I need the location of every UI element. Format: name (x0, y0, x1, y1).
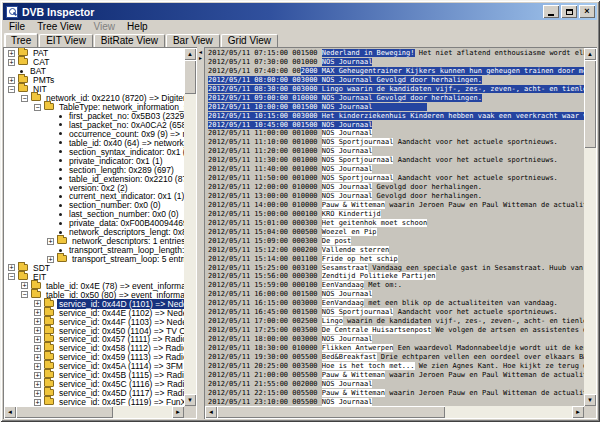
event-row[interactable]: 2012/05/11 07:30:00 001000 NOS Journaal (208, 58, 584, 67)
title-bar[interactable]: DVB Inspector × (3, 3, 597, 20)
split-expand-right-button[interactable]: ► (197, 55, 204, 61)
event-row[interactable]: 2012/05/11 07:15:00 001500 Nederland in … (208, 49, 584, 58)
event-text-segment: EenVandaag (322, 299, 364, 307)
menu-tree-view[interactable]: Tree View (31, 20, 87, 33)
event-vscroll-down-button[interactable]: ▼ (584, 394, 596, 406)
event-row[interactable]: 2012/05/11 10:15:00 003000 Het kinderzie… (208, 112, 584, 121)
event-row[interactable]: 2012/05/11 15:25:00 003100 Sesamstraat V… (208, 264, 584, 273)
event-row[interactable]: 2012/05/11 16:00:00 001500 NOS Journaal (208, 290, 584, 299)
event-row[interactable]: 2012/05/11 15:00:00 000100 KRO Kindertij… (208, 210, 584, 219)
event-row[interactable]: 2012/05/11 10:00:00 001500 NOS Journaal (208, 103, 584, 112)
expand-plus-icon[interactable]: + (34, 300, 41, 307)
close-button[interactable]: × (579, 5, 595, 18)
menu-help[interactable]: Help (121, 20, 154, 33)
expand-plus-icon[interactable]: + (34, 381, 41, 388)
event-row[interactable]: 2012/05/11 11:50:00 001000 NOS Sportjour… (208, 174, 584, 183)
event-row[interactable]: 2012/05/11 14:00:00 010000 Pauw & Wittem… (208, 201, 584, 210)
event-text-segment: 2012/05/11 08:30:00 003000 Lingo waarin … (208, 85, 584, 93)
event-row[interactable]: 2012/05/11 15:09:00 000300 De post (208, 237, 584, 246)
expand-plus-icon[interactable]: + (34, 318, 41, 325)
tree-vscroll-track[interactable] (184, 60, 196, 394)
event-row[interactable]: 2012/05/11 16:15:00 003000 EenVandaag me… (208, 299, 584, 308)
event-row[interactable]: 2012/05/11 12:00:00 010000 NOS Journaal … (208, 183, 584, 192)
tree-vscroll-up-button[interactable]: ▲ (184, 48, 196, 60)
expand-plus-icon[interactable]: + (34, 336, 41, 343)
expand-minus-icon[interactable]: − (34, 104, 41, 111)
event-row[interactable]: 2012/05/11 16:45:00 001500 NOS Sportjour… (208, 308, 584, 317)
event-row[interactable]: 2012/05/11 15:14:00 001100 Fride op het … (208, 255, 584, 264)
expand-plus-icon[interactable]: + (8, 50, 15, 57)
event-row[interactable]: 2012/05/11 19:30:00 005500 Bed&Breakfast… (208, 353, 584, 362)
expand-minus-icon[interactable]: − (8, 273, 15, 280)
event-row[interactable]: 2012/05/11 18:00:00 003000 NOS Journaal (208, 335, 584, 344)
event-vscroll-thumb[interactable] (584, 60, 596, 148)
event-hscroll-thumb[interactable] (217, 406, 445, 418)
event-row[interactable]: 2012/05/11 21:00:00 005500 Pauw & Wittem… (208, 371, 584, 380)
expand-plus-icon[interactable]: + (34, 327, 41, 334)
tree-hscroll-left-button[interactable]: ◄ (4, 406, 16, 418)
event-row[interactable]: 2012/05/11 22:15:00 005500 Pauw & Wittem… (208, 389, 584, 398)
event-row[interactable]: 2012/05/11 23:10:00 005500 NOS Journaal (208, 398, 584, 406)
event-row[interactable]: 2012/05/11 15:59:00 000100 EenVandaag Me… (208, 281, 584, 290)
event-row[interactable]: 2012/05/11 11:40:00 001000 NOS Journaal (208, 165, 584, 174)
event-row[interactable]: 2012/05/11 08:00:00 003000 NOS Journaal … (208, 76, 584, 85)
event-row[interactable]: 2012/05/11 07:40:00 002000 MAX Geheugent… (208, 67, 584, 76)
split-divider[interactable]: ◄ ► (197, 47, 204, 419)
event-row[interactable]: 2012/05/11 18:30:00 010000 Flikken Antwe… (208, 344, 584, 353)
tree-hscroll-thumb[interactable] (16, 406, 113, 418)
tab-tree[interactable]: Tree (4, 33, 38, 47)
expand-plus-icon[interactable]: + (21, 282, 28, 289)
event-text-segment: Zendtijd Politieke Partijen (322, 272, 436, 280)
event-viewport[interactable]: 2012/05/11 07:15:00 001500 Nederland in … (205, 48, 584, 406)
expand-plus-icon[interactable]: + (8, 59, 15, 66)
menu-file[interactable]: File (3, 20, 31, 33)
event-row[interactable]: 2012/05/11 11:10:00 001000 NOS Sportjour… (208, 138, 584, 147)
event-row[interactable]: 2012/05/11 11:30:00 001000 NOS Sportjour… (208, 156, 584, 165)
event-row[interactable]: 2012/05/11 17:25:00 003500 De Centrale H… (208, 326, 584, 335)
event-row[interactable]: 2012/05/11 11:00:00 001000 NOS Journaal (208, 129, 584, 138)
event-row[interactable]: 2012/05/11 15:04:00 000500 Woezel en Pip (208, 228, 584, 237)
event-row[interactable]: 2012/05/11 15:56:00 000300 Zendtijd Poli… (208, 272, 584, 281)
event-row[interactable]: 2012/05/11 20:25:00 003500 Hoe is het to… (208, 362, 584, 371)
event-row[interactable]: 2012/05/11 10:45:00 001500 NOS Journaal (208, 121, 584, 130)
event-text-segment: 2012/05/11 15:25:00 003100 (208, 264, 322, 272)
event-row[interactable]: 2012/05/11 21:55:00 002000 NOS Journaal (208, 380, 584, 389)
tab-grid-view[interactable]: Grid View (221, 34, 278, 47)
tab-bar-view[interactable]: Bar View (166, 34, 220, 47)
expand-plus-icon[interactable]: + (34, 363, 41, 370)
tree-viewport: +PAT+CATBAT+PMTs−NIT−network_id: 0x2210 … (4, 48, 184, 406)
event-row[interactable]: 2012/05/11 09:00:00 010000 NOS Journaal … (208, 94, 584, 103)
event-row[interactable]: 2012/05/11 08:30:00 003000 Lingo waarin … (208, 85, 584, 94)
event-row[interactable]: 2012/05/11 11:20:00 001000 NOS Journaal (208, 147, 584, 156)
expand-plus-icon[interactable]: + (8, 77, 15, 84)
expand-plus-icon[interactable]: + (34, 354, 41, 361)
event-text-segment: We zien Agnes Kant. Hoe kijkt ze terug o… (415, 362, 584, 370)
event-vscroll-up-button[interactable]: ▲ (584, 48, 596, 60)
tree-hscroll-right-button[interactable]: ► (172, 406, 184, 418)
expand-plus-icon[interactable]: + (34, 345, 41, 352)
expand-plus-icon[interactable]: + (34, 399, 41, 406)
tree-vscroll-down-button[interactable]: ▼ (184, 394, 196, 406)
tab-bitrate-view[interactable]: BitRate View (94, 34, 165, 47)
minimize-button[interactable] (543, 5, 559, 18)
event-hscroll-right-button[interactable]: ► (572, 406, 584, 418)
event-row[interactable]: 2012/05/11 13:00:00 010000 NOS Journaal … (208, 192, 584, 201)
expand-minus-icon[interactable]: − (21, 291, 28, 298)
expand-plus-icon[interactable]: + (8, 264, 15, 271)
expand-minus-icon[interactable]: − (8, 86, 15, 93)
maximize-button[interactable] (561, 5, 577, 18)
event-row[interactable]: 2012/05/11 17:00:00 002500 Lingo waarin … (208, 317, 584, 326)
folder-icon (44, 103, 54, 110)
tab-eit-view[interactable]: EIT View (39, 34, 93, 47)
event-row[interactable]: 2012/05/11 15:01:00 000300 Het geitenhok… (208, 219, 584, 228)
tree-vscroll-thumb[interactable] (184, 60, 196, 94)
expand-plus-icon[interactable]: + (47, 238, 54, 245)
expand-plus-icon[interactable]: + (34, 372, 41, 379)
expand-plus-icon[interactable]: + (34, 390, 41, 397)
event-hscroll-left-button[interactable]: ◄ (205, 406, 217, 418)
event-row[interactable]: 2012/05/11 15:12:00 000200 Vallende ster… (208, 246, 584, 255)
tree-node[interactable]: +service_id: 0x45F (1119) => FunX (4, 398, 184, 406)
expand-minus-icon[interactable]: − (21, 95, 28, 102)
expand-plus-icon[interactable]: + (47, 256, 54, 263)
expand-plus-icon[interactable]: + (34, 309, 41, 316)
